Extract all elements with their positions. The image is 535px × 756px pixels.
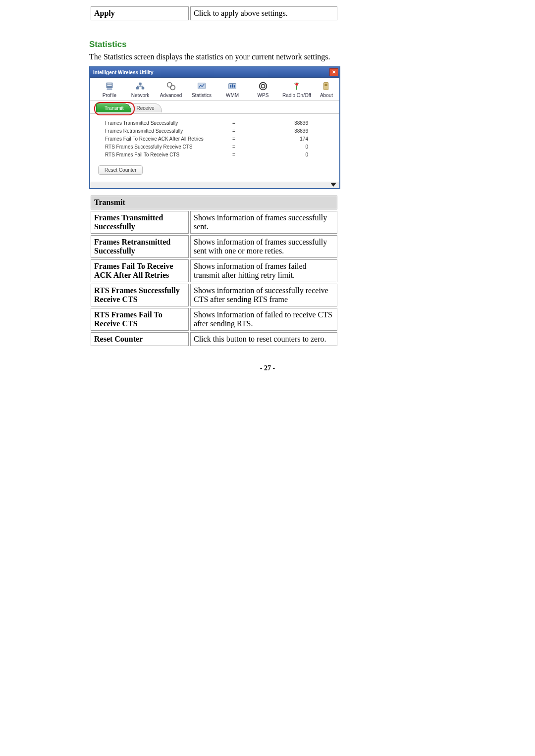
toolbar-item-network[interactable]: Network: [125, 80, 156, 98]
app-window: Intelligent Wireless Utility ✕ Profile N…: [89, 66, 340, 189]
page-number: - 27 -: [89, 364, 446, 372]
svg-point-15: [295, 83, 298, 86]
stats-area: Frames Transmitted Successfully = 38836 …: [90, 117, 339, 182]
tab-transmit[interactable]: Transmit: [96, 103, 131, 112]
equals-sign: =: [219, 152, 249, 157]
statistics-icon: [196, 81, 208, 92]
network-icon: [134, 81, 146, 92]
svg-rect-16: [296, 86, 297, 90]
toolbar-item-about[interactable]: About: [315, 80, 338, 98]
window-title: Intelligent Wireless Utility: [93, 70, 154, 75]
stat-value: 0: [249, 144, 308, 150]
row-desc: Shows information of failed to receive C…: [190, 308, 337, 331]
svg-rect-13: [234, 85, 235, 88]
svg-point-8: [170, 85, 175, 90]
toolbar-item-advanced[interactable]: Advanced: [156, 80, 186, 98]
section-heading: Statistics: [89, 40, 446, 50]
svg-rect-18: [324, 84, 327, 85]
profile-icon: [104, 81, 115, 92]
toolbar-label: Network: [125, 93, 156, 98]
stat-label: Frames Transmitted Successfully: [105, 120, 219, 126]
stat-label: RTS Frames Successfully Receive CTS: [105, 144, 219, 150]
row-desc: Shows information of frames successfully…: [190, 211, 337, 234]
toolbar-item-radio[interactable]: Radio On/Off: [278, 80, 315, 98]
toolbar-label: WPS: [248, 93, 278, 98]
divider: [90, 100, 339, 101]
svg-rect-5: [142, 87, 145, 90]
stat-row: Frames Retransmitted Successfully = 3883…: [105, 127, 332, 135]
row-label: RTS Frames Fail To Receive CTS: [91, 308, 189, 331]
stat-value: 0: [249, 152, 308, 157]
stat-row: Frames Transmitted Successfully = 38836: [105, 119, 332, 127]
advanced-icon: [165, 81, 177, 92]
svg-rect-12: [232, 84, 233, 87]
reset-counter-button[interactable]: Reset Counter: [98, 165, 143, 175]
svg-rect-11: [230, 85, 231, 88]
transmit-table: Transmit Frames Transmitted Successfully…: [89, 194, 339, 348]
equals-sign: =: [219, 144, 249, 150]
row-label: Frames Retransmitted Successfully: [91, 235, 189, 258]
stat-value: 174: [249, 136, 308, 142]
svg-rect-2: [107, 85, 111, 86]
row-label: RTS Frames Successfully Receive CTS: [91, 284, 189, 306]
apply-table: Apply Click to apply above settings.: [89, 5, 339, 22]
equals-sign: =: [219, 128, 249, 134]
stat-row: RTS Frames Fail To Receive CTS = 0: [105, 151, 332, 158]
toolbar-label: Advanced: [156, 93, 186, 98]
table-header: Transmit: [91, 196, 337, 209]
toolbar-label: Radio On/Off: [278, 93, 315, 98]
tab-receive[interactable]: Receive: [128, 103, 162, 112]
wps-icon: [257, 81, 269, 92]
row-label: Frames Fail To Receive ACK After All Ret…: [91, 259, 189, 282]
apply-desc: Click to apply above settings.: [190, 6, 337, 20]
toolbar-label: WMM: [217, 93, 248, 98]
stat-row: RTS Frames Successfully Receive CTS = 0: [105, 143, 332, 151]
tabstrip: Transmit Receive: [90, 103, 339, 112]
row-desc: Click this button to reset counters to z…: [190, 332, 337, 346]
svg-rect-6: [139, 83, 142, 85]
row-desc: Shows information of frames successfully…: [190, 235, 337, 258]
toolbar-item-profile[interactable]: Profile: [94, 80, 125, 98]
equals-sign: =: [219, 120, 249, 126]
row-desc: Shows information of frames failed trans…: [190, 259, 337, 282]
svg-rect-4: [136, 87, 139, 90]
row-label: Reset Counter: [91, 332, 189, 346]
toolbar-item-statistics[interactable]: Statistics: [186, 80, 217, 98]
close-icon[interactable]: ✕: [329, 68, 338, 76]
svg-rect-1: [107, 84, 111, 85]
stat-value: 38836: [249, 120, 308, 126]
stat-label: RTS Frames Fail To Receive CTS: [105, 152, 219, 157]
stat-label: Frames Fail To Receive ACK After All Ret…: [105, 136, 219, 142]
chevron-down-icon[interactable]: [330, 183, 336, 187]
wmm-icon: [226, 81, 238, 92]
titlebar: Intelligent Wireless Utility ✕: [90, 67, 339, 78]
apply-label: Apply: [91, 6, 189, 20]
stat-row: Frames Fail To Receive ACK After All Ret…: [105, 135, 332, 143]
divider: [90, 113, 339, 114]
toolbar-item-wmm[interactable]: WMM: [217, 80, 248, 98]
toolbar-label: Profile: [94, 93, 125, 98]
stat-value: 38836: [249, 128, 308, 134]
toolbar: Profile Network Advanced Statistics WMM …: [90, 78, 339, 99]
row-label: Frames Transmitted Successfully: [91, 211, 189, 234]
toolbar-label: Statistics: [186, 93, 217, 98]
toolbar-label: About: [315, 93, 338, 98]
equals-sign: =: [219, 136, 249, 142]
radio-icon: [291, 81, 303, 92]
svg-rect-19: [324, 85, 327, 86]
toolbar-item-wps[interactable]: WPS: [248, 80, 278, 98]
svg-rect-3: [107, 89, 112, 90]
row-desc: Shows information of successfully receiv…: [190, 284, 337, 306]
svg-point-14: [260, 83, 267, 90]
bottom-bar: [90, 182, 339, 188]
about-icon: [321, 81, 332, 92]
stat-label: Frames Retransmitted Successfully: [105, 128, 219, 134]
section-blurb: The Statistics screen displays the stati…: [89, 52, 446, 61]
